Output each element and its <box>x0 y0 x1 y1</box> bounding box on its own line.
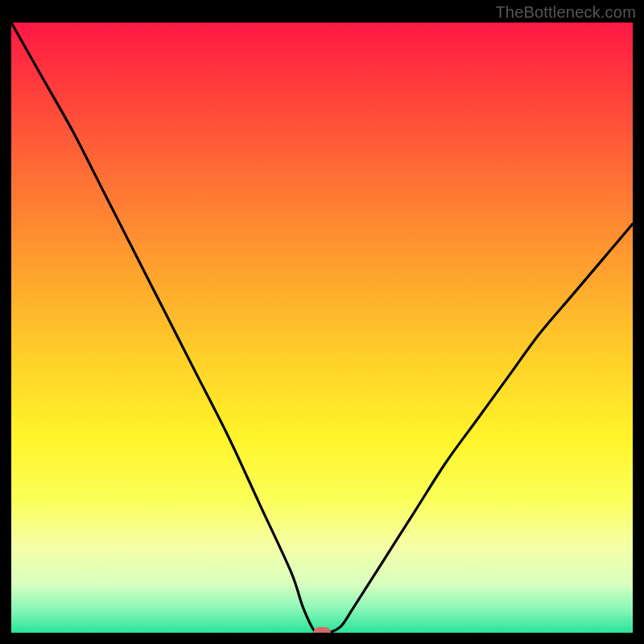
plot-area <box>11 23 633 633</box>
bottleneck-curve <box>11 23 633 633</box>
watermark-label: TheBottleneck.com <box>495 3 636 22</box>
bottleneck-marker <box>313 627 331 633</box>
chart-frame: TheBottleneck.com <box>0 0 644 644</box>
